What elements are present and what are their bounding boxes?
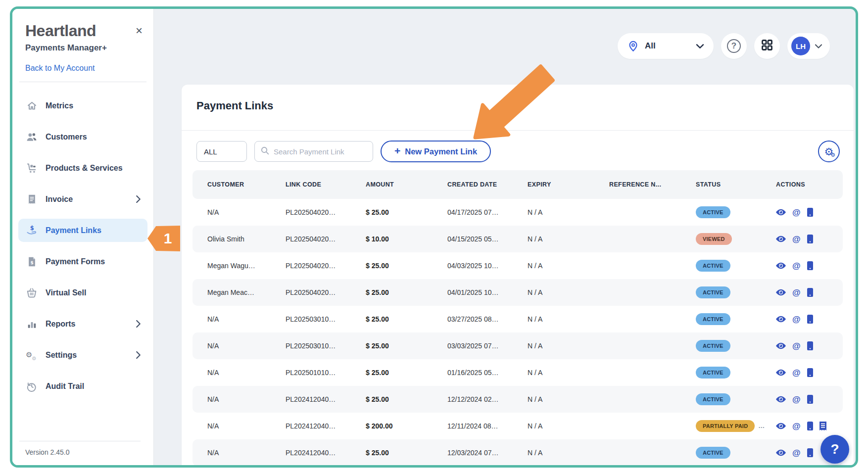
cell-created-date: 01/16/2025 05… xyxy=(447,369,528,377)
version-label: Version 2.45.0 xyxy=(12,441,147,465)
phone-icon[interactable] xyxy=(807,422,813,430)
table-row: N/APL202412040…$ 25.0012/12/2024 02…N / … xyxy=(193,386,843,413)
sidebar-divider xyxy=(19,82,146,82)
cell-link-code: PL202504020… xyxy=(286,208,366,216)
email-icon[interactable]: @ xyxy=(792,235,801,243)
sidebar-footer: Version 2.45.0 xyxy=(12,432,147,465)
sidebar-item-settings[interactable]: ⚙⚙Settings xyxy=(18,343,147,367)
sidebar-item-reports[interactable]: Reports xyxy=(18,312,147,335)
view-icon[interactable] xyxy=(776,316,786,323)
receipt-icon xyxy=(25,194,38,205)
cell-expiry: N / A xyxy=(528,208,609,216)
email-icon[interactable]: @ xyxy=(792,315,801,324)
view-icon[interactable] xyxy=(776,369,786,376)
close-icon[interactable]: × xyxy=(136,25,143,37)
email-icon[interactable]: @ xyxy=(792,288,801,297)
phone-icon[interactable] xyxy=(807,288,813,297)
view-icon[interactable] xyxy=(776,396,786,403)
sidebar-item-audit-trail[interactable]: Audit Trail xyxy=(18,375,147,398)
hand-dollar-icon: $ xyxy=(25,225,38,236)
status-badge: ACTIVE xyxy=(696,393,730,405)
question-icon: ? xyxy=(830,441,839,457)
new-payment-link-button[interactable]: + New Payment Link xyxy=(381,141,491,162)
view-icon[interactable] xyxy=(776,262,786,269)
sidebar-item-payment-forms[interactable]: $Payment Forms xyxy=(18,250,147,273)
table-row: N/APL202503010…$ 25.0003/27/2025 08…N / … xyxy=(193,306,843,332)
sidebar-item-label: Virtual Sell xyxy=(46,288,141,297)
apps-grid-button[interactable] xyxy=(754,33,780,59)
search-input[interactable] xyxy=(274,147,372,156)
sidebar-item-label: Products & Services xyxy=(46,164,141,173)
email-icon[interactable]: @ xyxy=(792,395,801,404)
table-settings-button[interactable]: ⚙ ⚙ xyxy=(818,141,840,162)
cell-status: ACTIVE xyxy=(696,367,776,379)
floating-help-button[interactable]: ? xyxy=(820,435,849,464)
sidebar-item-invoice[interactable]: Invoice xyxy=(18,188,147,211)
view-icon[interactable] xyxy=(776,342,786,349)
topbar: All ? LH xyxy=(618,33,830,59)
app-window: Heartland Payments Manager+ × Back to My… xyxy=(10,6,858,468)
home-icon xyxy=(25,100,38,111)
cell-amount: $ 10.00 xyxy=(366,235,447,243)
email-icon[interactable]: @ xyxy=(792,342,801,350)
email-icon[interactable]: @ xyxy=(792,369,801,377)
sidebar-item-virtual-sell[interactable]: Virtual Sell xyxy=(18,281,147,304)
phone-icon[interactable] xyxy=(807,395,813,404)
email-icon[interactable]: @ xyxy=(792,449,801,457)
sidebar-item-customers[interactable]: Customers xyxy=(18,125,147,148)
cell-amount: $ 25.00 xyxy=(366,369,447,377)
cell-actions: @ xyxy=(776,395,835,404)
status-badge: ACTIVE xyxy=(696,260,730,272)
view-icon[interactable] xyxy=(776,236,786,242)
cell-status: PARTIALLY PAID… xyxy=(696,420,776,432)
table-row: N/APL202504020…$ 25.0004/17/2025 07…N / … xyxy=(193,199,843,226)
sidebar-item-products-services[interactable]: Products & Services xyxy=(18,156,147,180)
location-selector[interactable]: All xyxy=(618,33,714,59)
sidebar-header: Heartland Payments Manager+ × xyxy=(12,9,153,53)
back-to-account-link[interactable]: Back to My Account xyxy=(25,64,153,73)
phone-icon[interactable] xyxy=(807,235,813,243)
column-header-expiry: EXPIRY xyxy=(528,181,609,188)
email-icon[interactable]: @ xyxy=(792,422,801,430)
column-header-status: STATUS xyxy=(696,181,776,188)
help-button[interactable]: ? xyxy=(721,33,747,59)
cell-amount: $ 25.00 xyxy=(366,288,447,296)
sidebar-item-label: Payment Links xyxy=(46,226,141,235)
phone-icon[interactable] xyxy=(807,448,813,457)
cell-amount: $ 25.00 xyxy=(366,315,447,323)
cell-customer: N/A xyxy=(207,342,286,350)
cell-status: ACTIVE xyxy=(696,340,776,352)
cell-customer: Megan Wagu… xyxy=(207,262,286,270)
cell-status: ACTIVE xyxy=(696,313,776,325)
phone-icon[interactable] xyxy=(807,315,813,324)
new-payment-link-label: New Payment Link xyxy=(405,147,477,156)
status-filter-dropdown[interactable]: ALL xyxy=(196,141,247,162)
question-icon: ? xyxy=(727,39,741,53)
sidebar-item-metrics[interactable]: Metrics xyxy=(18,94,147,117)
view-icon[interactable] xyxy=(776,449,786,456)
user-menu[interactable]: LH xyxy=(787,33,830,59)
phone-icon[interactable] xyxy=(807,341,813,350)
view-icon[interactable] xyxy=(776,209,786,216)
status-badge: ACTIVE xyxy=(696,367,730,379)
status-filter-value: ALL xyxy=(204,147,217,156)
cell-customer: N/A xyxy=(207,315,286,323)
cell-status: ACTIVE xyxy=(696,260,776,272)
email-icon[interactable]: @ xyxy=(792,208,801,217)
phone-icon[interactable] xyxy=(807,261,813,270)
email-icon[interactable]: @ xyxy=(792,262,801,270)
receipt-icon[interactable] xyxy=(820,422,826,430)
table-header-row: CUSTOMERLINK CODEAMOUNTCREATED DATEEXPIR… xyxy=(193,170,843,199)
status-overflow-ellipsis: … xyxy=(758,422,765,429)
phone-icon[interactable] xyxy=(807,208,813,217)
cell-actions: @ xyxy=(776,422,835,430)
view-icon[interactable] xyxy=(776,289,786,296)
view-icon[interactable] xyxy=(776,423,786,429)
cell-created-date: 03/27/2025 08… xyxy=(447,315,528,323)
sidebar-item-payment-links[interactable]: $Payment Links xyxy=(18,219,147,242)
search-icon xyxy=(261,146,269,157)
basket-icon xyxy=(25,287,38,298)
sidebar-item-label: Invoice xyxy=(46,195,136,204)
phone-icon[interactable] xyxy=(807,368,813,377)
column-header-actions: ACTIONS xyxy=(776,181,835,188)
